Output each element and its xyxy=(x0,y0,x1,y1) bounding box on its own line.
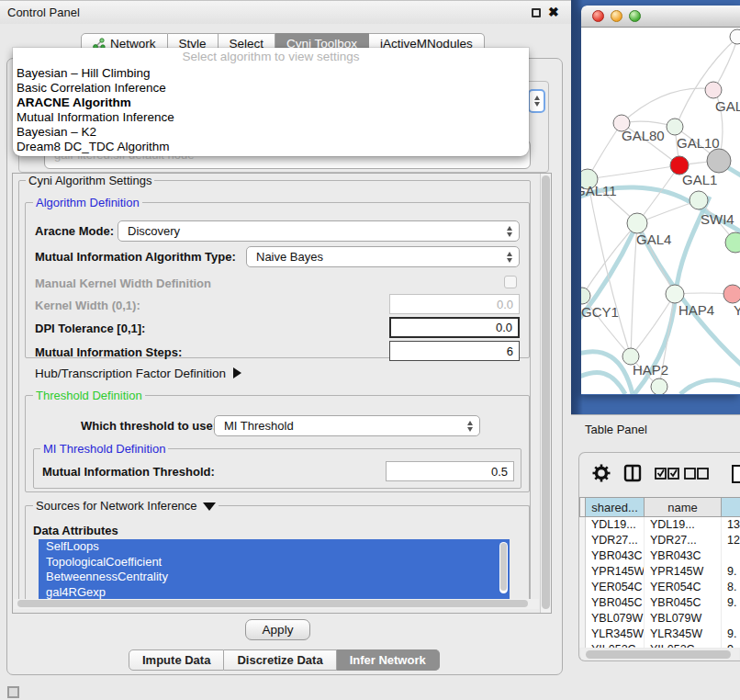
table-row[interactable]: YPR145WYPR145W9. xyxy=(579,564,740,580)
network-node[interactable] xyxy=(707,149,731,173)
column-header[interactable] xyxy=(722,497,740,517)
network-edge[interactable] xyxy=(588,179,631,356)
split-columns-icon[interactable] xyxy=(623,464,642,482)
network-node[interactable] xyxy=(651,378,667,394)
network-edge[interactable] xyxy=(582,223,637,296)
attributes-scrollbar[interactable] xyxy=(499,542,508,593)
network-edge[interactable] xyxy=(588,165,679,179)
network-window-titlebar[interactable] xyxy=(581,6,740,28)
manual-kernel-width-checkbox[interactable] xyxy=(504,276,517,288)
dock-panel-icon[interactable] xyxy=(7,686,19,698)
minimize-traffic-light-icon[interactable] xyxy=(611,10,622,22)
node-label: HAP2 xyxy=(633,362,668,378)
row-header-cell xyxy=(579,517,586,533)
table-row[interactable]: YDR27...YDR27...12 xyxy=(579,533,740,548)
settings-vertical-scrollbar[interactable] xyxy=(540,174,551,613)
apply-button[interactable]: Apply xyxy=(245,619,310,640)
sources-title[interactable]: Sources for Network Inference xyxy=(33,499,219,513)
table-row[interactable]: YBR045CYBR045C9. xyxy=(579,595,740,611)
column-header[interactable]: name xyxy=(645,497,722,517)
table-row[interactable]: YBR043CYBR043C xyxy=(579,548,740,564)
network-edge[interactable] xyxy=(622,88,714,123)
attribute-item-selected[interactable]: gal4RGexp xyxy=(39,585,510,600)
network-edge[interactable] xyxy=(581,372,625,394)
row-header-cell xyxy=(579,564,586,580)
control-panel-titlebar: Control Panel ✖ xyxy=(0,0,571,24)
algorithm-option[interactable]: Basic Correlation Inference xyxy=(13,81,529,96)
table-row[interactable]: YLR345WYLR345W9. xyxy=(579,627,740,642)
table-cell xyxy=(722,611,740,627)
table-cell: 12 xyxy=(722,533,740,548)
table-row[interactable]: YDL19...YDL19...13 xyxy=(579,517,740,533)
attribute-item-selected[interactable]: TopologicalCoefficient xyxy=(39,555,510,570)
screenshot-root: Control Panel ✖ NetworkStyleSelectCyni T… xyxy=(0,0,740,700)
network-node-y[interactable] xyxy=(723,285,740,303)
table-cell: 9 xyxy=(722,642,740,648)
float-window-icon[interactable] xyxy=(532,8,541,17)
node-label: Y xyxy=(734,302,740,318)
network-node-gcy1[interactable] xyxy=(581,288,590,304)
table-row[interactable]: YIL052CYIL052C9 xyxy=(579,642,740,648)
close-traffic-light-icon[interactable] xyxy=(592,10,604,22)
horizontal-scroll-thumb[interactable] xyxy=(17,600,528,607)
mi-threshold-field[interactable] xyxy=(386,461,514,481)
network-node-swi4[interactable] xyxy=(690,191,708,209)
attribute-item-selected[interactable]: BetweennessCentrality xyxy=(39,570,510,585)
vertical-scroll-thumb[interactable] xyxy=(542,175,550,609)
node-label: GAL1 xyxy=(682,172,717,187)
algorithm-option[interactable]: ARACNE Algorithm xyxy=(13,96,529,110)
zoom-traffic-light-icon[interactable] xyxy=(629,10,641,22)
document-icon[interactable] xyxy=(731,464,740,484)
hub-definition-expander[interactable]: Hub/Transcription Factor Definition xyxy=(35,367,241,380)
network-node-gal10[interactable] xyxy=(667,119,683,135)
cyni-algorithm-settings-title: Cyni Algorithm Settings xyxy=(26,174,154,187)
network-node-gal4[interactable] xyxy=(627,213,647,233)
network-canvas[interactable]: GALGAL80GAL10GAL1GAL11SWI4GAL4GCY1HAP4YH… xyxy=(581,28,740,394)
settings-horizontal-scrollbar[interactable] xyxy=(14,599,539,609)
table-row[interactable]: YBL079WYBL079W xyxy=(579,611,740,627)
network-node-hap4[interactable] xyxy=(666,285,684,303)
data-attributes-list[interactable]: SelfLoopsTopologicalCoefficientBetweenne… xyxy=(39,539,510,599)
tab-infer-network[interactable]: Infer Network xyxy=(337,649,440,671)
network-node[interactable] xyxy=(725,232,740,253)
table-cell: YBL079W xyxy=(645,611,722,627)
table-scroll-thumb[interactable] xyxy=(586,650,731,659)
table-row[interactable]: YER054CYER054C8. xyxy=(579,580,740,595)
collapse-arrow-icon xyxy=(203,502,216,511)
kernel-width-label: Kernel Width (0,1): xyxy=(35,295,140,316)
kernel-width-field[interactable] xyxy=(389,294,520,314)
table-cell: 9. xyxy=(722,627,740,642)
algorithm-option[interactable]: Dream8 DC_TDC Algorithm xyxy=(13,140,529,154)
mi-steps-field[interactable] xyxy=(389,341,520,361)
table-panel-title: Table Panel xyxy=(585,423,647,436)
mi-algorithm-type-combobox[interactable]: Naive Bayes xyxy=(246,246,520,267)
network-edge[interactable] xyxy=(680,380,740,394)
table-cell: YER054C xyxy=(645,580,722,595)
network-edge[interactable] xyxy=(714,37,738,89)
attribute-item-selected[interactable]: SelfLoops xyxy=(39,539,510,555)
algorithm-combobox-spinner[interactable] xyxy=(528,89,545,113)
gear-icon[interactable] xyxy=(592,464,611,482)
close-icon[interactable]: ✖ xyxy=(548,5,559,19)
select-all-icon[interactable] xyxy=(655,467,680,480)
network-node-gal[interactable] xyxy=(705,82,722,98)
algorithm-dropdown-popup: Select algorithm to view settings Bayesi… xyxy=(13,48,529,156)
tab-discretize-data[interactable]: Discretize Data xyxy=(224,649,336,671)
algorithm-definition-title: Algorithm Definition xyxy=(33,196,142,209)
tab-impute-data[interactable]: Impute Data xyxy=(129,649,224,671)
column-header[interactable]: shared... xyxy=(586,497,645,517)
deselect-all-icon[interactable] xyxy=(684,467,710,480)
algorithm-option[interactable]: Bayesian – Hill Climbing xyxy=(13,66,529,81)
algorithm-option[interactable]: Mutual Information Inference xyxy=(13,110,529,125)
row-header-strip[interactable] xyxy=(579,497,586,517)
dpi-tolerance-field[interactable] xyxy=(389,317,520,338)
node-label: GAL11 xyxy=(581,183,617,198)
table-body: YDL19...YDL19...13YDR27...YDR27...12YBR0… xyxy=(579,517,740,648)
table-horizontal-scrollbar[interactable] xyxy=(581,649,739,660)
attributes-scroll-thumb[interactable] xyxy=(500,543,507,591)
aracne-mode-combobox[interactable]: Discovery xyxy=(118,220,520,242)
algorithm-option[interactable]: Bayesian – K2 xyxy=(13,125,529,140)
algorithm-placeholder: Select algorithm to view settings xyxy=(13,48,529,66)
network-node[interactable] xyxy=(730,29,740,44)
which-threshold-combobox[interactable]: MI Threshold xyxy=(214,415,480,436)
